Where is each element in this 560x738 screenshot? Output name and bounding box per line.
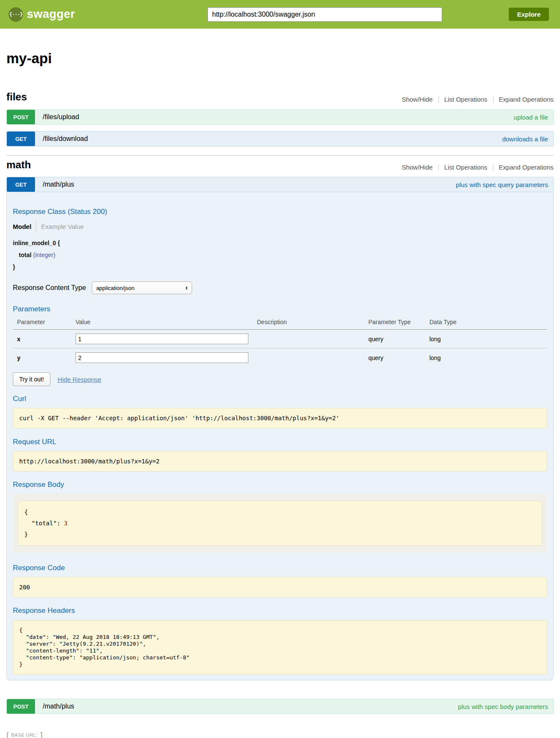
model-close-line: }: [13, 261, 547, 273]
param-data-type: long: [429, 330, 547, 348]
response-body-container: { "total": 3 }: [13, 494, 547, 553]
select-value: application/json: [96, 285, 134, 291]
response-headers-heading: Response Headers: [13, 606, 547, 615]
property-name: total: [19, 252, 32, 258]
endpoint-path[interactable]: /math/plus: [43, 703, 74, 710]
request-url-heading: Request URL: [13, 438, 547, 446]
property-paren: ): [53, 252, 55, 258]
response-body-json: { "total": 3 }: [18, 501, 542, 546]
endpoint-summary[interactable]: downloads a file: [502, 135, 548, 143]
json-key: "total": [32, 520, 57, 527]
content-wrap: my-api files Show/Hide List Operations E…: [6, 50, 554, 738]
swagger-logo-icon: {···}: [9, 7, 23, 22]
response-body-heading: Response Body: [13, 480, 547, 489]
request-url-value: http://localhost:3000/math/plus?x=1&y=2: [13, 451, 547, 472]
response-class-heading: Response Class (Status 200): [13, 208, 547, 216]
table-row-param-x: x query long: [13, 330, 547, 348]
json-brace: {: [24, 509, 32, 527]
param-description: [257, 348, 368, 367]
method-badge-post: POST: [7, 699, 35, 714]
col-description: Description: [257, 317, 368, 330]
param-y-input[interactable]: [76, 352, 248, 363]
tab-example-value[interactable]: Example Value: [41, 223, 84, 230]
try-row: Try it out! Hide Response: [13, 372, 547, 386]
section-options: Show/Hide List Operations Expand Operati…: [396, 96, 554, 103]
response-content-type-label: Response Content Type: [13, 284, 86, 292]
api-title: my-api: [6, 50, 554, 67]
curl-command: curl -X GET --header 'Accept: applicatio…: [13, 408, 547, 428]
model-signature: inline_model_0 { total (integer) }: [13, 237, 547, 273]
spec-url-input[interactable]: [207, 7, 442, 22]
method-badge-post: POST: [7, 110, 35, 124]
select-arrows-icon: ▲▼: [185, 286, 188, 290]
endpoint-row-math-plus-post: POST /math/plus plus with spec body para…: [6, 699, 554, 714]
model-property: total (integer): [13, 249, 547, 261]
base-url-footer: [ BASE URL: ]: [6, 730, 554, 738]
endpoint-row-files-upload: POST /files/upload upload a file: [6, 109, 554, 125]
tab-separator: [36, 221, 36, 232]
param-type: query: [368, 348, 429, 367]
expand-operations-link[interactable]: Expand Operations: [493, 96, 554, 103]
explore-button[interactable]: Explore: [509, 8, 549, 21]
expand-operations-link[interactable]: Expand Operations: [493, 164, 554, 171]
col-data-type: Data Type: [429, 317, 547, 330]
bracket-close: ]: [40, 730, 42, 738]
property-paren: (: [32, 252, 35, 258]
response-headers-json: { "date": "Wed, 22 Aug 2018 18:49:13 GMT…: [13, 620, 547, 675]
endpoint-path[interactable]: /files/upload: [43, 113, 79, 121]
endpoint-math-plus-get: GET /math/plus plus with spec query para…: [6, 177, 554, 680]
list-operations-link[interactable]: List Operations: [439, 96, 493, 103]
property-type: integer: [35, 252, 53, 258]
endpoint-path[interactable]: /files/download: [43, 135, 88, 143]
show-hide-link[interactable]: Show/Hide: [396, 164, 438, 171]
parameters-table: Parameter Value Description Parameter Ty…: [13, 317, 547, 367]
col-value: Value: [76, 317, 257, 330]
param-x-input[interactable]: [76, 334, 248, 344]
endpoint-row-math-plus-get: GET /math/plus plus with spec query para…: [6, 177, 554, 192]
section-title-math[interactable]: math: [6, 159, 31, 171]
endpoint-summary[interactable]: plus with spec query parameters: [456, 181, 548, 188]
endpoint-summary[interactable]: plus with spec body parameters: [458, 703, 548, 710]
parameters-heading: Parameters: [13, 305, 547, 313]
response-content-type-select[interactable]: application/json ▲▼: [92, 281, 192, 294]
tab-model[interactable]: Model: [13, 223, 31, 230]
section-header-files: files Show/Hide List Operations Expand O…: [6, 91, 554, 103]
section-title-files[interactable]: files: [6, 91, 27, 103]
param-type: query: [368, 330, 429, 348]
param-name: x: [13, 330, 76, 348]
curl-heading: Curl: [13, 395, 547, 403]
param-description: [257, 330, 368, 348]
section-options: Show/Hide List Operations Expand Operati…: [396, 164, 554, 171]
try-it-out-button[interactable]: Try it out!: [13, 372, 50, 386]
base-url-label: BASE URL:: [11, 732, 38, 738]
show-hide-link[interactable]: Show/Hide: [396, 96, 438, 103]
method-badge-get: GET: [7, 177, 35, 192]
endpoint-row-files-download: GET /files/download downloads a file: [6, 131, 554, 146]
section-divider: [6, 155, 554, 156]
param-name: y: [13, 348, 76, 367]
col-parameter-type: Parameter Type: [368, 317, 429, 330]
method-badge-get: GET: [7, 132, 35, 146]
bracket-open: [: [6, 730, 9, 738]
section-header-math: math Show/Hide List Operations Expand Op…: [6, 159, 554, 171]
col-parameter: Parameter: [13, 317, 76, 330]
endpoint-path[interactable]: /math/plus: [43, 181, 74, 188]
list-operations-link[interactable]: List Operations: [439, 164, 493, 171]
table-row-param-y: y query long: [13, 348, 547, 367]
hide-response-link[interactable]: Hide Response: [58, 376, 102, 383]
swagger-logo[interactable]: {···} swagger: [9, 7, 75, 22]
app-header: {···} swagger Explore: [0, 0, 560, 29]
json-brace: }: [24, 531, 28, 538]
response-content-type-row: Response Content Type application/json ▲…: [13, 281, 547, 294]
json-value: 3: [64, 520, 67, 527]
endpoint-summary[interactable]: upload a file: [513, 114, 548, 121]
model-open-line: inline_model_0 {: [13, 237, 547, 249]
response-code-value: 200: [13, 577, 547, 597]
param-data-type: long: [429, 348, 547, 367]
model-tabs: Model Example Value: [13, 221, 547, 232]
parameters-header-row: Parameter Value Description Parameter Ty…: [13, 317, 547, 330]
operation-detail-panel: Response Class (Status 200) Model Exampl…: [6, 192, 554, 680]
response-code-heading: Response Code: [13, 564, 547, 572]
brand-title: swagger: [27, 8, 75, 21]
json-colon: :: [57, 520, 64, 527]
